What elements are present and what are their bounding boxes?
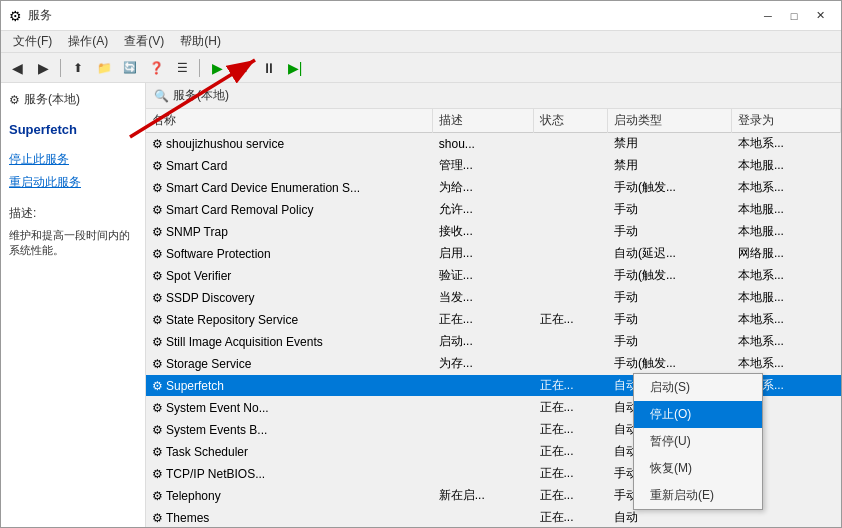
ctx-restart[interactable]: 重新启动(E) <box>634 482 762 509</box>
table-row[interactable]: ⚙Software Protection启用...自动(延迟...网络服... <box>146 243 841 265</box>
service-start-type: 手动 <box>608 287 732 309</box>
gear-icon: ⚙ <box>152 225 163 239</box>
service-status <box>534 287 608 309</box>
service-name: Smart Card <box>166 159 227 173</box>
service-login: 本地系... <box>732 353 841 375</box>
service-desc: 启动... <box>433 331 534 353</box>
service-desc <box>433 375 534 397</box>
service-login: 本地系... <box>732 177 841 199</box>
service-start-type: 手动 <box>608 309 732 331</box>
service-name: Superfetch <box>166 379 224 393</box>
service-status: 正在... <box>534 375 608 397</box>
service-name: State Repository Service <box>166 313 298 327</box>
service-desc <box>433 397 534 419</box>
maximize-button[interactable]: □ <box>781 6 807 26</box>
service-name: Themes <box>166 511 209 525</box>
service-name: TCP/IP NetBIOS... <box>166 467 265 481</box>
service-start-type: 手动(触发... <box>608 265 732 287</box>
service-name: System Event No... <box>166 401 269 415</box>
table-row[interactable]: ⚙Smart Card Device Enumeration S...为给...… <box>146 177 841 199</box>
service-desc: 为存... <box>433 353 534 375</box>
gear-icon: ⚙ <box>152 423 163 437</box>
service-name: Smart Card Device Enumeration S... <box>166 181 360 195</box>
minimize-button[interactable]: ─ <box>755 6 781 26</box>
stop-service-link[interactable]: 停止此服务 <box>9 152 69 166</box>
service-name: SSDP Discovery <box>166 291 254 305</box>
service-status <box>534 199 608 221</box>
toolbar: ◀ ▶ ⬆ 📁 🔄 ❓ ☰ ▶ ■ ⏸ ▶| <box>1 53 841 83</box>
title-bar-left: ⚙ 服务 <box>9 7 52 24</box>
ctx-resume[interactable]: 恢复(M) <box>634 455 762 482</box>
service-status <box>534 243 608 265</box>
close-button[interactable]: ✕ <box>807 6 833 26</box>
service-status <box>534 133 608 155</box>
service-start-type: 手动(触发... <box>608 353 732 375</box>
toolbar-folder[interactable]: 📁 <box>92 57 116 79</box>
toolbar-forward[interactable]: ▶ <box>31 57 55 79</box>
gear-icon: ⚙ <box>152 181 163 195</box>
title-bar: ⚙ 服务 ─ □ ✕ <box>1 1 841 31</box>
service-login: 本地系... <box>732 309 841 331</box>
toolbar-stop[interactable]: ■ <box>231 57 255 79</box>
toolbar-resume[interactable]: ▶| <box>283 57 307 79</box>
table-row[interactable]: ⚙Smart Card Removal Policy允许...手动本地服... <box>146 199 841 221</box>
table-row[interactable]: ⚙shoujizhushou serviceshou...禁用本地系... <box>146 133 841 155</box>
service-login: 本地服... <box>732 221 841 243</box>
table-row[interactable]: ⚙State Repository Service正在...正在...手动本地系… <box>146 309 841 331</box>
service-desc: 启用... <box>433 243 534 265</box>
col-desc[interactable]: 描述 <box>433 109 534 133</box>
toolbar-play[interactable]: ▶ <box>205 57 229 79</box>
service-status <box>534 221 608 243</box>
service-desc: 允许... <box>433 199 534 221</box>
table-row[interactable]: ⚙Still Image Acquisition Events启动...手动本地… <box>146 331 841 353</box>
toolbar-pause[interactable]: ⏸ <box>257 57 281 79</box>
table-row[interactable]: ⚙SNMP Trap接收...手动本地服... <box>146 221 841 243</box>
service-name: Task Scheduler <box>166 445 248 459</box>
table-row[interactable]: ⚙SSDP Discovery当发...手动本地服... <box>146 287 841 309</box>
service-name: Storage Service <box>166 357 251 371</box>
service-login: 本地服... <box>732 155 841 177</box>
service-name: Spot Verifier <box>166 269 231 283</box>
service-start-type: 自动(延迟... <box>608 243 732 265</box>
toolbar-up[interactable]: ⬆ <box>66 57 90 79</box>
panel-title: 服务(本地) <box>24 91 80 108</box>
table-row[interactable]: ⚙Spot Verifier验证...手动(触发...本地系... <box>146 265 841 287</box>
col-status[interactable]: 状态 <box>534 109 608 133</box>
toolbar-list[interactable]: ☰ <box>170 57 194 79</box>
table-row[interactable]: ⚙Storage Service为存...手动(触发...本地系... <box>146 353 841 375</box>
service-start-type: 手动(触发... <box>608 177 732 199</box>
menu-help[interactable]: 帮助(H) <box>172 31 229 52</box>
col-name[interactable]: 名称 <box>146 109 433 133</box>
ctx-pause[interactable]: 暂停(U) <box>634 428 762 455</box>
ctx-stop[interactable]: 停止(O) <box>634 401 762 428</box>
service-name: System Events B... <box>166 423 267 437</box>
service-status: 正在... <box>534 397 608 419</box>
left-panel-header: ⚙ 服务(本地) <box>9 91 137 108</box>
right-panel: 🔍 服务(本地) 名称 描述 状态 启动类型 登录为 <box>146 83 841 527</box>
service-status: 正在... <box>534 485 608 507</box>
window-controls: ─ □ ✕ <box>755 6 833 26</box>
main-content: ⚙ 服务(本地) Superfetch 停止此服务 重启动此服务 描述: 维护和… <box>1 83 841 527</box>
menu-file[interactable]: 文件(F) <box>5 31 60 52</box>
service-status <box>534 155 608 177</box>
table-row[interactable]: ⚙Smart Card管理...禁用本地服... <box>146 155 841 177</box>
toolbar-help[interactable]: ❓ <box>144 57 168 79</box>
menu-action[interactable]: 操作(A) <box>60 31 116 52</box>
service-name: SNMP Trap <box>166 225 228 239</box>
col-login[interactable]: 登录为 <box>732 109 841 133</box>
restart-service-link[interactable]: 重启动此服务 <box>9 175 81 189</box>
col-start[interactable]: 启动类型 <box>608 109 732 133</box>
gear-icon: ⚙ <box>152 159 163 173</box>
service-status: 正在... <box>534 463 608 485</box>
table-header: 名称 描述 状态 启动类型 登录为 <box>146 109 841 133</box>
service-start-type: 手动 <box>608 331 732 353</box>
menu-bar: 文件(F) 操作(A) 查看(V) 帮助(H) <box>1 31 841 53</box>
service-name: Smart Card Removal Policy <box>166 203 313 217</box>
menu-view[interactable]: 查看(V) <box>116 31 172 52</box>
toolbar-refresh[interactable]: 🔄 <box>118 57 142 79</box>
ctx-start[interactable]: 启动(S) <box>634 374 762 401</box>
service-status <box>534 265 608 287</box>
toolbar-back[interactable]: ◀ <box>5 57 29 79</box>
context-menu: 启动(S) 停止(O) 暂停(U) 恢复(M) 重新启动(E) <box>633 373 763 510</box>
service-login: 网络服... <box>732 243 841 265</box>
